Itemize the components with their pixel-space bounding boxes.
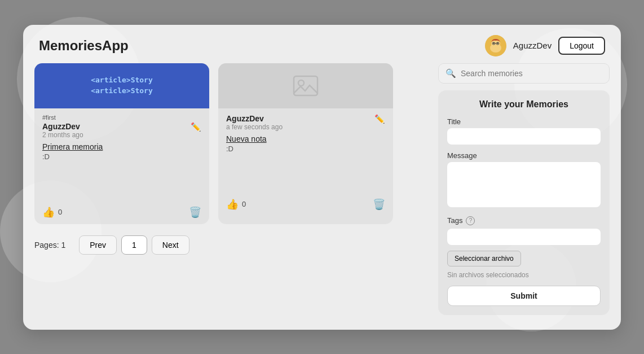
next-button[interactable]: Next bbox=[152, 235, 189, 255]
file-no-file-label: Sin archivos seleccionados bbox=[447, 271, 529, 279]
card-author-2: AguzzDev bbox=[226, 114, 283, 123]
search-bar: 🔍 bbox=[438, 63, 610, 84]
card-body-2: AguzzDev a few seconds ago ✏️ Nueva nota… bbox=[218, 108, 393, 159]
message-label: Message bbox=[447, 151, 601, 160]
code-image: <article>Story<article>Story bbox=[34, 63, 209, 108]
tags-help-icon[interactable]: ? bbox=[466, 216, 475, 225]
svg-point-9 bbox=[298, 80, 304, 86]
card-title-2[interactable]: Nueva nota bbox=[226, 134, 385, 143]
app-title: MemoriesApp bbox=[39, 38, 129, 54]
header: MemoriesApp AguzzDev bbox=[23, 25, 621, 63]
like-area-1: 👍 0 bbox=[42, 206, 62, 218]
svg-rect-8 bbox=[294, 76, 317, 95]
prev-button[interactable]: Prev bbox=[79, 235, 117, 255]
edit-icon-1[interactable]: ✏️ bbox=[191, 122, 201, 132]
svg-point-4 bbox=[497, 42, 499, 44]
card-image-2 bbox=[218, 63, 393, 108]
pages-label: Pages: 1 bbox=[34, 241, 65, 250]
card-author-info-2: AguzzDev a few seconds ago bbox=[226, 114, 283, 131]
pagination-row: Pages: 1 Prev 1 Next bbox=[34, 224, 429, 255]
write-title: Write your Memories bbox=[447, 99, 601, 110]
username-label: AguzzDev bbox=[513, 41, 552, 50]
file-select-button[interactable]: Seleccionar archivo bbox=[447, 251, 521, 266]
cards-area: <article>Story<article>Story #first Aguz… bbox=[34, 63, 429, 315]
like-count-2: 0 bbox=[242, 200, 246, 208]
avatar-icon bbox=[485, 35, 506, 56]
svg-point-3 bbox=[493, 42, 495, 44]
card-title-1[interactable]: Primera memoria bbox=[42, 142, 201, 151]
delete-icon-2[interactable]: 🗑️ bbox=[373, 198, 385, 211]
avatar bbox=[485, 35, 506, 56]
tags-label: Tags bbox=[447, 216, 462, 225]
placeholder-image-2 bbox=[218, 63, 393, 108]
like-area-2: 👍 0 bbox=[226, 198, 246, 211]
search-input[interactable] bbox=[461, 69, 602, 78]
tags-row: Tags ? bbox=[447, 216, 601, 225]
card-author-info-1: AguzzDev 2 months ago bbox=[42, 122, 83, 139]
memory-card: <article>Story<article>Story #first Aguz… bbox=[34, 63, 209, 224]
title-input[interactable] bbox=[447, 128, 601, 145]
cards-grid: <article>Story<article>Story #first Aguz… bbox=[34, 63, 429, 224]
card-footer-2: 👍 0 🗑️ bbox=[218, 193, 393, 216]
card-message-2: :D bbox=[226, 145, 385, 153]
like-icon-2[interactable]: 👍 bbox=[226, 198, 239, 211]
card-author-row-2: AguzzDev a few seconds ago ✏️ bbox=[226, 114, 385, 131]
app-window: MemoriesApp AguzzDev bbox=[23, 25, 621, 330]
submit-button[interactable]: Submit bbox=[447, 286, 601, 306]
message-textarea[interactable] bbox=[447, 162, 601, 207]
like-icon-1[interactable]: 👍 bbox=[42, 206, 55, 218]
card-author-row-1: AguzzDev 2 months ago ✏️ bbox=[42, 122, 201, 139]
title-label: Title bbox=[447, 117, 601, 126]
card-footer-1: 👍 0 🗑️ bbox=[34, 200, 209, 224]
card-message-1: :D bbox=[42, 152, 201, 161]
delete-icon-1[interactable]: 🗑️ bbox=[189, 206, 201, 218]
like-count-1: 0 bbox=[58, 208, 62, 216]
header-right: AguzzDev Logout bbox=[485, 35, 605, 56]
edit-icon-2[interactable]: ✏️ bbox=[374, 114, 385, 124]
card-time-1: 2 months ago bbox=[42, 131, 83, 139]
card-image-1: <article>Story<article>Story bbox=[34, 63, 209, 108]
logout-button[interactable]: Logout bbox=[558, 37, 605, 55]
write-memories-panel: Write your Memories Title Message Tags ?… bbox=[438, 90, 610, 315]
card-tag-1: #first bbox=[42, 114, 201, 121]
card-body-1: #first AguzzDev 2 months ago ✏️ Primera … bbox=[34, 108, 209, 167]
search-icon: 🔍 bbox=[445, 68, 456, 78]
memory-card-2: AguzzDev a few seconds ago ✏️ Nueva nota… bbox=[218, 63, 393, 224]
main-content: <article>Story<article>Story #first Aguz… bbox=[23, 63, 621, 315]
tags-input[interactable] bbox=[447, 229, 601, 245]
image-placeholder-icon bbox=[292, 72, 320, 100]
current-page-button[interactable]: 1 bbox=[121, 235, 147, 255]
card-time-2: a few seconds ago bbox=[226, 123, 283, 131]
sidebar: 🔍 Write your Memories Title Message Tags… bbox=[429, 63, 610, 315]
file-row: Seleccionar archivo Sin archivos selecci… bbox=[447, 251, 601, 279]
card-author-1: AguzzDev bbox=[42, 122, 83, 131]
